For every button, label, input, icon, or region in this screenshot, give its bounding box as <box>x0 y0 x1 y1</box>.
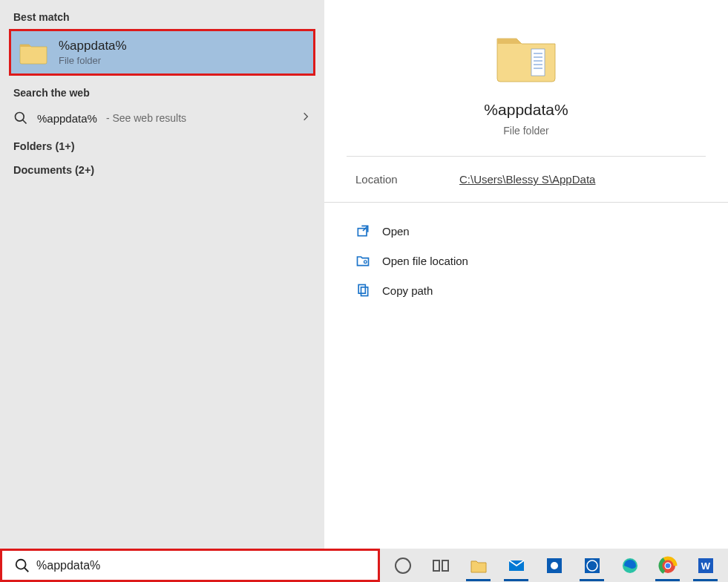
cortana-icon[interactable] <box>386 550 419 581</box>
folder-location-icon <box>355 253 370 268</box>
svg-point-14 <box>396 558 410 573</box>
best-match-text: %appdata% File folder <box>59 39 127 66</box>
action-list: Open Open file location Copy path <box>324 203 728 305</box>
details-subtitle: File folder <box>503 125 548 137</box>
copy-icon <box>355 283 370 298</box>
best-match-result[interactable]: %appdata% File folder <box>9 29 315 76</box>
svg-rect-16 <box>442 560 448 571</box>
file-explorer-icon[interactable] <box>462 550 495 581</box>
chevron-right-icon <box>301 111 311 125</box>
folder-icon <box>19 40 48 65</box>
taskbar: W <box>380 549 728 582</box>
location-row: Location C:\Users\Blessy S\AppData <box>324 157 728 203</box>
category-documents[interactable]: Documents (2+) <box>0 155 324 179</box>
mail-icon[interactable] <box>499 550 533 581</box>
search-results-panel: Best match %appdata% File folder Search … <box>0 0 324 549</box>
svg-point-9 <box>364 261 367 264</box>
action-label: Open file location <box>382 255 468 267</box>
search-icon <box>13 111 28 125</box>
svg-point-27 <box>665 563 670 568</box>
dell-icon[interactable] <box>575 550 609 581</box>
location-path-link[interactable]: C:\Users\Blessy S\AppData <box>459 173 595 186</box>
result-details-pane: %appdata% File folder Location C:\Users\… <box>324 0 728 549</box>
svg-rect-11 <box>361 287 368 296</box>
svg-point-19 <box>551 562 558 569</box>
task-view-icon[interactable] <box>424 550 457 581</box>
search-bar[interactable] <box>0 549 380 582</box>
web-result-hint: - See web results <box>106 112 186 124</box>
action-label: Copy path <box>382 284 433 297</box>
details-title: %appdata% <box>484 101 568 119</box>
details-header: %appdata% File folder <box>347 22 706 157</box>
folder-icon <box>493 27 560 86</box>
svg-rect-8 <box>358 229 367 236</box>
chrome-icon[interactable] <box>651 550 684 581</box>
svg-line-13 <box>24 567 29 572</box>
action-label: Open <box>382 225 410 238</box>
svg-text:W: W <box>701 560 710 572</box>
location-label: Location <box>355 173 459 186</box>
web-result-query: %appdata% <box>37 112 97 125</box>
category-folders[interactable]: Folders (1+) <box>0 131 324 155</box>
action-copy-path[interactable]: Copy path <box>355 275 706 305</box>
search-input[interactable] <box>36 559 372 572</box>
action-open-file-location[interactable]: Open file location <box>355 246 706 275</box>
photos-icon[interactable] <box>537 550 571 581</box>
word-icon[interactable]: W <box>689 550 722 581</box>
edge-icon[interactable] <box>613 550 646 581</box>
svg-point-0 <box>16 113 24 122</box>
open-icon <box>355 223 370 238</box>
action-open[interactable]: Open <box>355 216 706 246</box>
svg-rect-10 <box>358 285 365 294</box>
best-match-subtitle: File folder <box>59 55 127 66</box>
search-web-header: Search the web <box>0 76 324 105</box>
svg-point-12 <box>16 559 26 569</box>
search-icon <box>14 558 30 574</box>
web-result-row[interactable]: %appdata% - See web results <box>0 105 324 131</box>
best-match-header: Best match <box>0 0 324 29</box>
svg-rect-15 <box>433 560 439 571</box>
svg-line-1 <box>23 120 27 124</box>
svg-rect-2 <box>531 49 545 76</box>
best-match-title: %appdata% <box>59 39 127 53</box>
